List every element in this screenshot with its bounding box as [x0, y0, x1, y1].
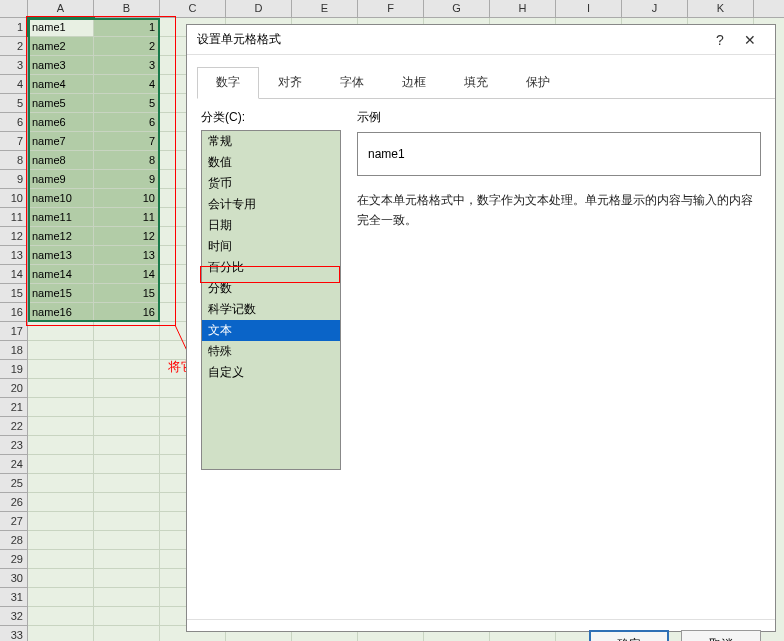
cell-B15[interactable]: 15: [94, 284, 160, 303]
column-header-A[interactable]: A: [28, 0, 94, 17]
row-header-6[interactable]: 6: [0, 113, 28, 132]
cell-B18[interactable]: [94, 341, 160, 360]
cell-B3[interactable]: 3: [94, 56, 160, 75]
category-item[interactable]: 日期: [202, 215, 340, 236]
tab-填充[interactable]: 填充: [445, 67, 507, 98]
category-item[interactable]: 常规: [202, 131, 340, 152]
row-header-1[interactable]: 1: [0, 18, 28, 37]
row-header-28[interactable]: 28: [0, 531, 28, 550]
column-header-D[interactable]: D: [226, 0, 292, 17]
category-item[interactable]: 特殊: [202, 341, 340, 362]
category-item[interactable]: 会计专用: [202, 194, 340, 215]
cell-A17[interactable]: [28, 322, 94, 341]
cell-B20[interactable]: [94, 379, 160, 398]
cell-B17[interactable]: [94, 322, 160, 341]
row-header-8[interactable]: 8: [0, 151, 28, 170]
row-header-17[interactable]: 17: [0, 322, 28, 341]
row-header-26[interactable]: 26: [0, 493, 28, 512]
cell-B29[interactable]: [94, 550, 160, 569]
cell-A4[interactable]: name4: [28, 75, 94, 94]
cell-B28[interactable]: [94, 531, 160, 550]
category-item[interactable]: 数值: [202, 152, 340, 173]
cell-B23[interactable]: [94, 436, 160, 455]
column-header-H[interactable]: H: [490, 0, 556, 17]
cell-A25[interactable]: [28, 474, 94, 493]
cell-A22[interactable]: [28, 417, 94, 436]
row-header-7[interactable]: 7: [0, 132, 28, 151]
cell-B7[interactable]: 7: [94, 132, 160, 151]
row-header-27[interactable]: 27: [0, 512, 28, 531]
cell-A3[interactable]: name3: [28, 56, 94, 75]
row-header-13[interactable]: 13: [0, 246, 28, 265]
cell-B22[interactable]: [94, 417, 160, 436]
row-header-29[interactable]: 29: [0, 550, 28, 569]
cell-A19[interactable]: [28, 360, 94, 379]
cell-A33[interactable]: [28, 626, 94, 641]
help-button[interactable]: ?: [705, 32, 735, 48]
cell-B16[interactable]: 16: [94, 303, 160, 322]
cell-B14[interactable]: 14: [94, 265, 160, 284]
category-listbox[interactable]: 常规数值货币会计专用日期时间百分比分数科学记数文本特殊自定义: [201, 130, 341, 470]
row-header-16[interactable]: 16: [0, 303, 28, 322]
cell-A21[interactable]: [28, 398, 94, 417]
column-header-I[interactable]: I: [556, 0, 622, 17]
cell-A12[interactable]: name12: [28, 227, 94, 246]
category-item[interactable]: 自定义: [202, 362, 340, 383]
cell-B27[interactable]: [94, 512, 160, 531]
column-header-E[interactable]: E: [292, 0, 358, 17]
column-header-K[interactable]: K: [688, 0, 754, 17]
row-header-32[interactable]: 32: [0, 607, 28, 626]
cell-A1[interactable]: name1: [28, 18, 94, 37]
cell-A23[interactable]: [28, 436, 94, 455]
row-header-2[interactable]: 2: [0, 37, 28, 56]
cell-A2[interactable]: name2: [28, 37, 94, 56]
category-item[interactable]: 货币: [202, 173, 340, 194]
tab-保护[interactable]: 保护: [507, 67, 569, 98]
select-all-corner[interactable]: [0, 0, 28, 17]
row-header-30[interactable]: 30: [0, 569, 28, 588]
row-header-33[interactable]: 33: [0, 626, 28, 641]
cell-A24[interactable]: [28, 455, 94, 474]
row-header-12[interactable]: 12: [0, 227, 28, 246]
cell-A8[interactable]: name8: [28, 151, 94, 170]
ok-button[interactable]: 确定: [589, 630, 669, 641]
cell-A32[interactable]: [28, 607, 94, 626]
row-header-25[interactable]: 25: [0, 474, 28, 493]
cell-A9[interactable]: name9: [28, 170, 94, 189]
cell-A18[interactable]: [28, 341, 94, 360]
row-header-24[interactable]: 24: [0, 455, 28, 474]
cell-A13[interactable]: name13: [28, 246, 94, 265]
column-header-B[interactable]: B: [94, 0, 160, 17]
row-header-9[interactable]: 9: [0, 170, 28, 189]
cell-A30[interactable]: [28, 569, 94, 588]
category-item[interactable]: 百分比: [202, 257, 340, 278]
cell-B13[interactable]: 13: [94, 246, 160, 265]
cell-B6[interactable]: 6: [94, 113, 160, 132]
tab-对齐[interactable]: 对齐: [259, 67, 321, 98]
cell-B26[interactable]: [94, 493, 160, 512]
cell-A11[interactable]: name11: [28, 208, 94, 227]
row-header-18[interactable]: 18: [0, 341, 28, 360]
row-header-20[interactable]: 20: [0, 379, 28, 398]
column-header-C[interactable]: C: [160, 0, 226, 17]
cell-B11[interactable]: 11: [94, 208, 160, 227]
cell-A31[interactable]: [28, 588, 94, 607]
cell-A14[interactable]: name14: [28, 265, 94, 284]
cell-B33[interactable]: [94, 626, 160, 641]
cell-A29[interactable]: [28, 550, 94, 569]
row-header-4[interactable]: 4: [0, 75, 28, 94]
cell-B32[interactable]: [94, 607, 160, 626]
row-header-5[interactable]: 5: [0, 94, 28, 113]
cell-A10[interactable]: name10: [28, 189, 94, 208]
cell-A7[interactable]: name7: [28, 132, 94, 151]
cell-A26[interactable]: [28, 493, 94, 512]
tab-字体[interactable]: 字体: [321, 67, 383, 98]
tab-边框[interactable]: 边框: [383, 67, 445, 98]
cell-A16[interactable]: name16: [28, 303, 94, 322]
row-header-15[interactable]: 15: [0, 284, 28, 303]
tab-数字[interactable]: 数字: [197, 67, 259, 99]
cell-A20[interactable]: [28, 379, 94, 398]
category-item[interactable]: 分数: [202, 278, 340, 299]
cancel-button[interactable]: 取消: [681, 630, 761, 641]
cell-B9[interactable]: 9: [94, 170, 160, 189]
